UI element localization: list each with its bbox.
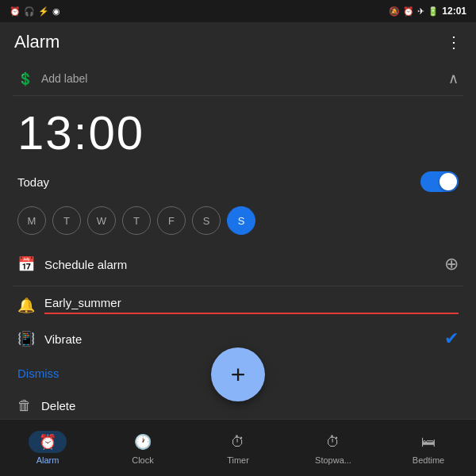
nav-alarm-label: Alarm: [36, 455, 60, 465]
fab-button[interactable]: +: [211, 347, 265, 401]
nav-stopwatch-label: Stopwa...: [315, 455, 351, 465]
nav-clock[interactable]: 🕐 Clock: [95, 426, 190, 470]
nav-stopwatch[interactable]: ⏱ Stopwa...: [286, 426, 381, 470]
label-left: 💲 Add label: [17, 71, 87, 86]
mute-status-icon: 🔕: [389, 6, 400, 17]
status-bar-left: ⏰ 🎧 ⚡ ◉: [10, 6, 60, 17]
nav-alarm[interactable]: ⏰ Alarm: [0, 426, 95, 470]
battery-status-icon: 🔋: [428, 6, 439, 17]
nav-alarm-icon: ⏰: [39, 433, 56, 451]
nav-bedtime-icon: 🛏: [421, 434, 436, 451]
add-label-text: Add label: [41, 72, 87, 85]
nav-timer-icon: ⏱: [231, 434, 245, 451]
nav-alarm-icon-wrapper: ⏰: [29, 431, 67, 453]
nav-timer[interactable]: ⏱ Timer: [190, 426, 286, 470]
schedule-row[interactable]: 📅 Schedule alarm ⊕: [13, 243, 463, 286]
today-toggle[interactable]: [420, 171, 459, 192]
nav-bedtime[interactable]: 🛏 Bedtime: [381, 426, 476, 470]
nav-stopwatch-icon-wrapper: ⏱: [314, 431, 352, 453]
usb-status-icon: ⚡: [38, 6, 49, 17]
day-selector: M T W T F S S: [13, 198, 463, 243]
more-options-button[interactable]: ⋮: [446, 33, 462, 52]
nav-timer-label: Timer: [227, 455, 249, 465]
vibrate-label: Vibrate: [44, 332, 82, 346]
today-row: Today: [13, 165, 463, 198]
schedule-left: 📅 Schedule alarm: [17, 255, 127, 273]
label-icon: 💲: [17, 71, 33, 86]
vibrate-left: 📳 Vibrate: [17, 330, 82, 347]
dismiss-row: Dismiss +: [13, 360, 463, 386]
nav-bedtime-icon-wrapper: 🛏: [409, 431, 447, 453]
app-title: Alarm: [14, 32, 60, 52]
delete-label: Delete: [41, 399, 75, 413]
nav-stopwatch-icon: ⏱: [326, 434, 340, 451]
fab-plus-icon: +: [231, 362, 246, 387]
today-label: Today: [17, 175, 49, 189]
content-area: 💲 Add label ∧ 13:00 Today M T W T F S S: [0, 62, 476, 419]
bottom-nav: ⏰ Alarm 🕐 Clock ⏱ Timer ⏱ Stopwa... 🛏: [0, 419, 476, 476]
app-container: Alarm ⋮ 💲 Add label ∧ 13:00 Today M T W …: [0, 22, 476, 476]
chevron-up-icon[interactable]: ∧: [448, 70, 459, 87]
alarm-sound-row[interactable]: 🔔 Early_summer: [13, 286, 463, 317]
nav-clock-label: Clock: [132, 455, 154, 465]
alarm-bell-icon: 🔔: [17, 297, 35, 314]
nav-clock-icon-wrapper: 🕐: [124, 431, 162, 453]
status-bar-right: 🔕 ⏰ ✈ 🔋 12:01: [389, 6, 466, 17]
nav-timer-icon-wrapper: ⏱: [219, 431, 257, 453]
dismiss-label[interactable]: Dismiss: [17, 367, 60, 380]
status-bar: ⏰ 🎧 ⚡ ◉ 🔕 ⏰ ✈ 🔋 12:01: [0, 0, 476, 22]
add-schedule-button[interactable]: ⊕: [444, 254, 459, 274]
toggle-thumb: [440, 173, 457, 190]
alarm-sound-label: Early_summer: [44, 296, 459, 314]
day-saturday[interactable]: S: [192, 206, 221, 235]
day-friday[interactable]: F: [157, 206, 186, 235]
day-sunday[interactable]: S: [227, 206, 255, 235]
label-row[interactable]: 💲 Add label ∧: [13, 62, 463, 96]
vibrate-icon: 📳: [17, 330, 35, 347]
record-status-icon: ◉: [52, 6, 60, 17]
nav-clock-icon: 🕐: [134, 433, 152, 451]
alarm-status-icon: ⏰: [10, 6, 21, 17]
nav-bedtime-label: Bedtime: [413, 455, 444, 465]
schedule-icon: 📅: [17, 255, 35, 273]
schedule-label: Schedule alarm: [44, 258, 127, 271]
top-bar: Alarm ⋮: [0, 22, 476, 62]
airplane-status-icon: ✈: [417, 6, 424, 17]
day-monday[interactable]: M: [17, 206, 46, 235]
vibrate-check-icon: ✔: [444, 328, 459, 349]
time-display[interactable]: 13:00: [13, 96, 463, 165]
status-time: 12:01: [442, 6, 466, 17]
headset-status-icon: 🎧: [24, 6, 35, 17]
clock-status-icon: ⏰: [403, 6, 414, 17]
day-thursday[interactable]: T: [122, 206, 151, 235]
day-tuesday[interactable]: T: [52, 206, 81, 235]
day-wednesday[interactable]: W: [87, 206, 116, 235]
delete-icon: 🗑: [17, 397, 32, 414]
